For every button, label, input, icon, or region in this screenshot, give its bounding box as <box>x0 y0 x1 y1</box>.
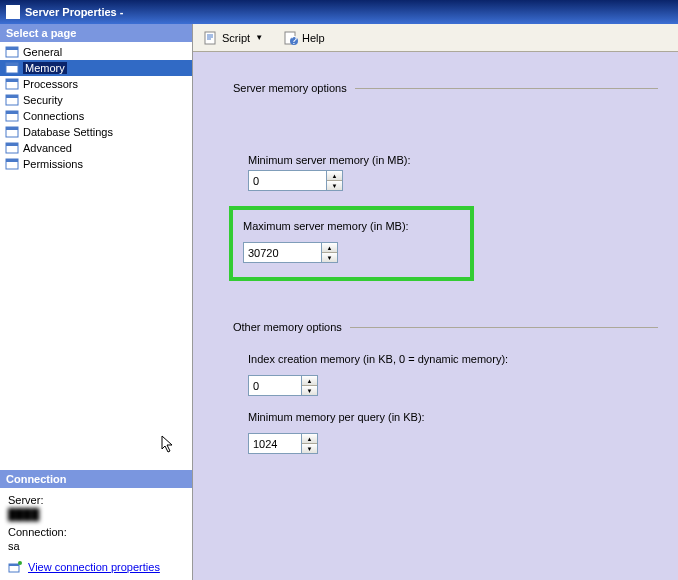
app-icon <box>6 5 20 19</box>
page-icon <box>4 77 20 91</box>
spin-up-button[interactable]: ▲ <box>322 243 337 253</box>
min-query-memory-input[interactable] <box>248 433 302 454</box>
server-value: ████ <box>8 508 184 520</box>
script-button[interactable]: Script ▼ <box>199 28 267 48</box>
max-memory-input[interactable] <box>243 242 322 263</box>
spin-down-button[interactable]: ▼ <box>302 444 317 453</box>
connection-header: Connection <box>0 470 192 488</box>
index-memory-block: Index creation memory (in KB, 0 = dynami… <box>248 353 658 396</box>
svg-rect-7 <box>6 95 18 98</box>
sidebar-item-security[interactable]: Security <box>0 92 192 108</box>
page-label: Processors <box>23 78 78 90</box>
page-icon <box>4 157 20 171</box>
min-memory-input[interactable] <box>248 170 327 191</box>
svg-rect-1 <box>6 47 18 50</box>
sidebar-item-connections[interactable]: Connections <box>0 108 192 124</box>
svg-rect-15 <box>6 159 18 162</box>
svg-rect-19 <box>205 32 215 44</box>
svg-rect-13 <box>6 143 18 146</box>
page-icon <box>4 45 20 59</box>
svg-text:?: ? <box>291 34 297 46</box>
right-panel: Script ▼ ? Help Server memory options Mi… <box>193 24 678 580</box>
sidebar-item-general[interactable]: General <box>0 44 192 60</box>
spin-down-button[interactable]: ▼ <box>322 253 337 262</box>
min-memory-label: Minimum server memory (in MB): <box>248 154 658 166</box>
spinner-buttons: ▲ ▼ <box>327 170 343 191</box>
group-header-text: Other memory options <box>233 321 342 333</box>
min-query-memory-block: Minimum memory per query (in KB): ▲ ▼ <box>248 411 658 454</box>
spacer <box>0 174 192 470</box>
sidebar-item-permissions[interactable]: Permissions <box>0 156 192 172</box>
page-label: General <box>23 46 62 58</box>
view-connection-properties-link[interactable]: View connection properties <box>28 561 160 573</box>
page-icon <box>4 109 20 123</box>
spinner-buttons: ▲ ▼ <box>302 375 318 396</box>
max-memory-spinner: ▲ ▼ <box>243 242 338 263</box>
server-label: Server: <box>8 494 184 506</box>
index-memory-spinner: ▲ ▼ <box>248 375 318 396</box>
page-icon <box>4 93 20 107</box>
connection-body: Server: ████ Connection: sa View connect… <box>0 488 192 580</box>
sidebar-item-database-settings[interactable]: Database Settings <box>0 124 192 140</box>
svg-rect-11 <box>6 127 18 130</box>
index-memory-input[interactable] <box>248 375 302 396</box>
min-query-memory-spinner: ▲ ▼ <box>248 433 318 454</box>
server-memory-group-header: Server memory options <box>233 82 658 94</box>
select-page-header: Select a page <box>0 24 192 42</box>
svg-rect-5 <box>6 79 18 82</box>
highlight-box: Maximum server memory (in MB): ▲ ▼ <box>229 206 474 281</box>
spin-up-button[interactable]: ▲ <box>302 434 317 444</box>
connection-section: Connection Server: ████ Connection: sa V… <box>0 470 192 580</box>
window-titlebar: Server Properties - <box>0 0 678 24</box>
content-area: Server memory options Minimum server mem… <box>193 52 678 580</box>
connection-value: sa <box>8 540 184 552</box>
page-icon <box>4 61 20 75</box>
script-icon <box>203 30 219 46</box>
svg-rect-3 <box>6 63 18 66</box>
sidebar-item-processors[interactable]: Processors <box>0 76 192 92</box>
spinner-buttons: ▲ ▼ <box>322 242 338 263</box>
window-title: Server Properties - <box>25 6 123 18</box>
page-label: Security <box>23 94 63 106</box>
main-container: Select a page General Memory Processors … <box>0 24 678 580</box>
cursor-icon <box>161 435 177 460</box>
script-label: Script <box>222 32 250 44</box>
page-label: Permissions <box>23 158 83 170</box>
spin-up-button[interactable]: ▲ <box>302 376 317 386</box>
group-header-text: Server memory options <box>233 82 347 94</box>
toolbar: Script ▼ ? Help <box>193 24 678 52</box>
left-panel: Select a page General Memory Processors … <box>0 24 193 580</box>
svg-rect-9 <box>6 111 18 114</box>
index-memory-label: Index creation memory (in KB, 0 = dynami… <box>248 353 658 365</box>
other-memory-group-header: Other memory options <box>233 321 658 333</box>
page-label: Memory <box>23 62 67 74</box>
connection-properties-icon <box>8 560 24 574</box>
page-list: General Memory Processors Security Conne… <box>0 42 192 174</box>
connection-label: Connection: <box>8 526 184 538</box>
spinner-buttons: ▲ ▼ <box>302 433 318 454</box>
help-button[interactable]: ? Help <box>279 28 329 48</box>
svg-rect-17 <box>9 564 19 566</box>
page-icon <box>4 125 20 139</box>
page-label: Database Settings <box>23 126 113 138</box>
help-label: Help <box>302 32 325 44</box>
spin-down-button[interactable]: ▼ <box>327 181 342 190</box>
min-memory-spinner: ▲ ▼ <box>248 170 343 191</box>
svg-point-18 <box>18 561 22 565</box>
divider <box>350 327 658 328</box>
divider <box>355 88 658 89</box>
page-icon <box>4 141 20 155</box>
view-connection-link-row: View connection properties <box>8 560 184 574</box>
spin-down-button[interactable]: ▼ <box>302 386 317 395</box>
help-icon: ? <box>283 30 299 46</box>
page-label: Advanced <box>23 142 72 154</box>
page-label: Connections <box>23 110 84 122</box>
chevron-down-icon: ▼ <box>255 33 263 42</box>
sidebar-item-memory[interactable]: Memory <box>0 60 192 76</box>
spin-up-button[interactable]: ▲ <box>327 171 342 181</box>
max-memory-label: Maximum server memory (in MB): <box>243 220 460 232</box>
sidebar-item-advanced[interactable]: Advanced <box>0 140 192 156</box>
min-memory-block: Minimum server memory (in MB): ▲ ▼ <box>248 154 658 191</box>
min-query-memory-label: Minimum memory per query (in KB): <box>248 411 658 423</box>
